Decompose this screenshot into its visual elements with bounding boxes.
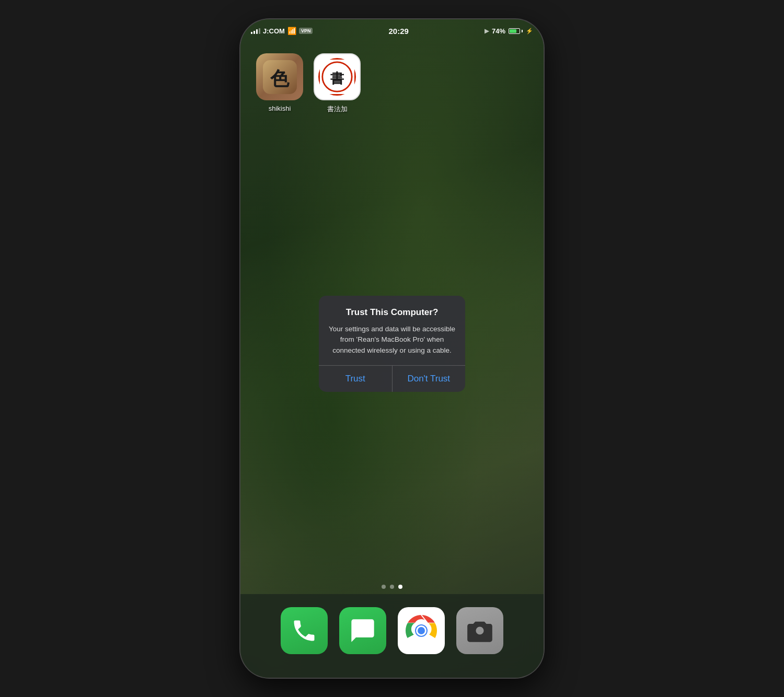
signal-bar-1 [251, 32, 252, 34]
status-time: 20:29 [389, 27, 409, 36]
charging-icon: ⚡ [526, 28, 533, 34]
trust-button[interactable]: Trust [319, 366, 392, 392]
vpn-badge: VPN [299, 28, 313, 34]
wifi-icon: 📶 [287, 27, 296, 35]
shufa-label: 書法加 [327, 104, 348, 114]
trust-dialog: Trust This Computer? Your settings and d… [319, 296, 465, 392]
battery-tip [522, 30, 523, 32]
app-icon-shufa-wrapper[interactable]: 書 書法加 [314, 53, 361, 114]
shikishi-label: shikishi [269, 104, 291, 112]
phone-svg [291, 617, 318, 644]
page-dot-1 [382, 585, 386, 589]
dock [240, 594, 544, 678]
signal-bar-4 [259, 28, 260, 34]
messages-svg [349, 617, 376, 644]
carrier-name: J:COM [263, 27, 285, 35]
battery-fill [510, 29, 516, 33]
alert-buttons: Trust Don't Trust [319, 366, 465, 392]
dock-camera-icon[interactable] [456, 607, 503, 654]
status-right: ▶ 74% ⚡ [485, 27, 533, 35]
page-dot-2 [390, 585, 394, 589]
shufa-glyph: 書 [318, 58, 356, 96]
signal-bar-2 [253, 31, 255, 34]
status-left: J:COM 📶 VPN [251, 27, 313, 35]
chrome-svg [405, 614, 438, 647]
svg-text:色: 色 [270, 68, 290, 89]
dock-phone-icon[interactable] [281, 607, 328, 654]
app-icon-shikishi-wrapper[interactable]: 色 shikishi [256, 53, 303, 114]
status-bar: J:COM 📶 VPN 20:29 ▶ 74% ⚡ [240, 19, 544, 42]
camera-svg [466, 617, 493, 644]
shikishi-glyph: 色 [261, 59, 298, 95]
dock-chrome-icon[interactable] [398, 607, 445, 654]
home-icons-area: 色 shikishi 書 書法加 [240, 48, 544, 119]
dock-messages-icon[interactable] [339, 607, 386, 654]
alert-body: Trust This Computer? Your settings and d… [319, 296, 465, 365]
location-icon: ▶ [485, 28, 489, 34]
svg-text:書: 書 [330, 71, 344, 86]
app-icon-shufa[interactable]: 書 [314, 53, 361, 100]
phone-frame: J:COM 📶 VPN 20:29 ▶ 74% ⚡ [240, 19, 544, 678]
alert-title: Trust This Computer? [328, 307, 456, 318]
app-icon-shikishi[interactable]: 色 [256, 53, 303, 100]
alert-message: Your settings and data will be accessibl… [328, 324, 456, 356]
battery-body [509, 28, 520, 34]
dont-trust-button[interactable]: Don't Trust [393, 366, 466, 392]
svg-point-13 [418, 627, 425, 634]
page-dot-3 [398, 585, 402, 589]
battery-icon [509, 28, 523, 34]
page-dots [240, 585, 544, 589]
battery-percent: 74% [492, 27, 505, 35]
signal-bars [251, 28, 260, 34]
signal-bar-3 [256, 29, 258, 34]
